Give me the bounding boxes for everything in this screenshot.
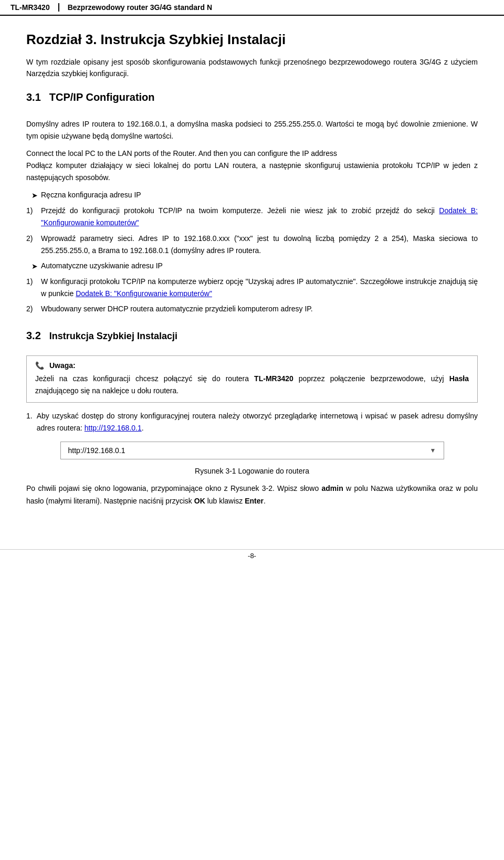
- note-text: Jeżeli na czas konfiguracji chcesz połąc…: [35, 373, 469, 397]
- link-dodatek-b-1[interactable]: Dodatek B: "Konfigurowanie komputerów": [41, 206, 478, 227]
- ok-text: OK: [194, 497, 205, 505]
- admin-text: admin: [322, 484, 343, 492]
- note-header: 📞 Uwaga:: [35, 361, 469, 370]
- bullet-list-auto: ➤ Automatyczne uzyskiwanie adresu IP: [26, 260, 478, 272]
- section-31-number: 3.1: [26, 91, 41, 103]
- page-footer: -8-: [0, 549, 504, 565]
- enter-text: Enter: [245, 497, 264, 505]
- page-header: TL-MR3420 Bezprzewodowy router 3G/4G sta…: [0, 0, 504, 16]
- auto-step-1-num: 1): [26, 276, 38, 288]
- bullet-list-manual: ➤ Ręczna konfiguracja adresu IP: [26, 189, 478, 202]
- auto-step-2: 2) Wbudowany serwer DHCP routera automat…: [26, 303, 478, 315]
- manual-step-1-text: Przejdź do konfiguracji protokołu TCP/IP…: [41, 205, 478, 229]
- bullet-manual-item: ➤ Ręczna konfiguracja adresu IP: [26, 189, 478, 202]
- page-number: -8-: [248, 552, 256, 560]
- steps-list: 1. Aby uzyskać dostęp do strony konfigur…: [26, 410, 478, 434]
- section-31-heading: 3.1 TCP/IP Configuration: [26, 89, 478, 111]
- manual-step-2-num: 2): [26, 233, 38, 245]
- section-32-title: Instrukcja Szybkiej Instalacji: [49, 331, 177, 342]
- numbered-list-manual: 1) Przejdź do konfiguracji protokołu TCP…: [26, 205, 478, 256]
- note-phone-icon: 📞: [35, 361, 44, 370]
- auto-step-1-text: W konfiguracji protokołu TCP/IP na kompu…: [41, 276, 478, 300]
- note-box: 📞 Uwaga: Jeżeli na czas konfiguracji chc…: [26, 355, 478, 403]
- numbered-list-auto: 1) W konfiguracji protokołu TCP/IP na ko…: [26, 276, 478, 315]
- step-1-text: Aby uzyskać dostęp do strony konfiguracy…: [37, 410, 478, 434]
- section-31-title: TCP/IP Configuration: [49, 91, 155, 103]
- link-dodatek-b-2[interactable]: Dodatek B: "Konfigurowanie komputerów": [76, 289, 212, 298]
- manual-step-2-text: Wprowadź parametry sieci. Adres IP to 19…: [41, 233, 478, 257]
- section-31-para2: Connect the local PC to the LAN ports of…: [26, 148, 478, 184]
- figure-caption: Rysunek 3-1 Logowanie do routera: [26, 467, 478, 475]
- bullet-auto-item: ➤ Automatyczne uzyskiwanie adresu IP: [26, 260, 478, 272]
- dropdown-arrow-icon: ▼: [430, 447, 436, 454]
- auto-step-1: 1) W konfiguracji protokołu TCP/IP na ko…: [26, 276, 478, 300]
- address-bar-url: http://192.168.0.1: [68, 446, 125, 455]
- section-32: 3.2 Instrukcja Szybkiej Instalacji 📞 Uwa…: [26, 326, 478, 507]
- section-32-number: 3.2: [26, 330, 41, 342]
- step-1: 1. Aby uzyskać dostęp do strony konfigur…: [26, 410, 478, 434]
- model-label: TL-MR3420: [10, 3, 59, 12]
- after-figure-para: Po chwili pojawi się okno logowania, prz…: [26, 483, 478, 507]
- link-router-address[interactable]: http://192.168.0.1: [85, 424, 142, 432]
- step-1-num: 1.: [26, 410, 33, 434]
- page-content: Rozdział 3. Instrukcja Szybkiej Instalac…: [0, 16, 504, 533]
- bullet-manual-label: Ręczna konfiguracja adresu IP: [41, 189, 141, 201]
- auto-step-2-text: Wbudowany serwer DHCP routera automatycz…: [41, 303, 313, 315]
- header-title: Bezprzewodowy router 3G/4G standard N: [68, 3, 212, 12]
- arrow-icon-auto: ➤: [26, 260, 38, 272]
- manual-step-1: 1) Przejdź do konfiguracji protokołu TCP…: [26, 205, 478, 229]
- note-haslo: Hasła: [449, 374, 469, 383]
- auto-step-2-num: 2): [26, 303, 38, 315]
- chapter-title: Rozdział 3. Instrukcja Szybkiej Instalac…: [26, 32, 478, 48]
- manual-step-1-num: 1): [26, 205, 38, 217]
- section-32-heading: 3.2 Instrukcja Szybkiej Instalacji: [26, 326, 478, 348]
- bullet-auto-label: Automatyczne uzyskiwanie adresu IP: [41, 260, 163, 272]
- intro-paragraph: W tym rozdziale opisany jest sposób skon…: [26, 56, 478, 80]
- address-bar-box: http://192.168.0.1 ▼: [60, 442, 444, 459]
- section-31-para1: Domyślny adres IP routera to 192.168.0.1…: [26, 118, 478, 142]
- manual-step-2: 2) Wprowadź parametry sieci. Adres IP to…: [26, 233, 478, 257]
- note-label: Uwaga:: [49, 361, 76, 370]
- note-router-name: TL-MR3420: [254, 374, 293, 383]
- arrow-icon-manual: ➤: [26, 190, 38, 202]
